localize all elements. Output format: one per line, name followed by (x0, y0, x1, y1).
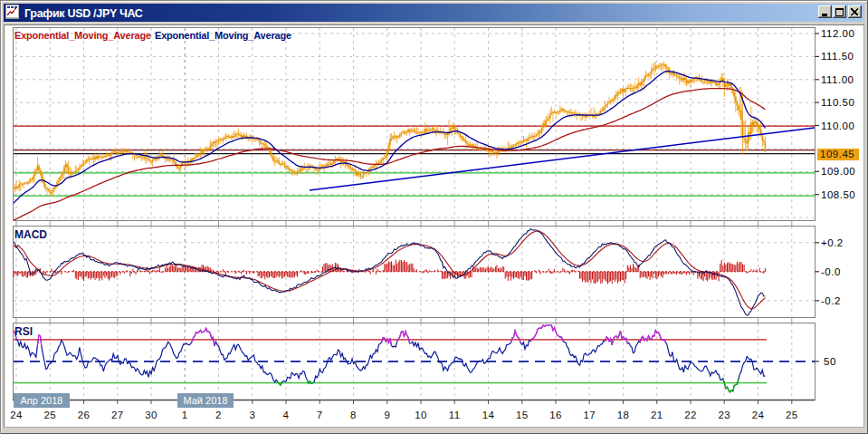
svg-text:23: 23 (718, 410, 730, 420)
svg-text:111.50: 111.50 (821, 51, 854, 62)
svg-text:16: 16 (549, 410, 562, 420)
svg-text:Exponential_Moving_Average: Exponential_Moving_Average (14, 30, 151, 41)
svg-text:108.50: 108.50 (821, 189, 855, 200)
svg-text:25: 25 (43, 410, 56, 420)
svg-text:9: 9 (384, 410, 390, 420)
svg-text:30: 30 (145, 410, 157, 420)
svg-text:26: 26 (78, 410, 91, 420)
svg-text:109.00: 109.00 (821, 166, 855, 177)
svg-text:27: 27 (111, 410, 124, 420)
svg-text:110.00: 110.00 (821, 121, 854, 131)
svg-text:17: 17 (583, 410, 596, 420)
svg-text:2: 2 (215, 410, 222, 420)
svg-text:22: 22 (684, 410, 697, 420)
svg-text:MACD: MACD (14, 228, 47, 241)
svg-text:8: 8 (350, 410, 357, 420)
svg-text:График USD /JPY ЧАС: График USD /JPY ЧАС (24, 7, 143, 20)
svg-text:7: 7 (317, 410, 323, 420)
svg-text:10: 10 (415, 410, 427, 420)
svg-text:25: 25 (786, 410, 798, 420)
svg-text:15: 15 (516, 410, 529, 420)
svg-text:110.50: 110.50 (821, 97, 854, 108)
svg-text:3: 3 (249, 410, 255, 420)
svg-text:112.00: 112.00 (821, 28, 854, 39)
svg-text:1: 1 (182, 410, 188, 420)
svg-text:21: 21 (651, 410, 663, 420)
svg-text:RSI: RSI (14, 325, 33, 338)
svg-text:Exponential_Moving_Average: Exponential_Moving_Average (155, 30, 291, 41)
svg-text:4: 4 (283, 410, 290, 420)
svg-text:24: 24 (10, 410, 23, 420)
svg-text:18: 18 (617, 410, 630, 420)
svg-text:24: 24 (752, 410, 765, 420)
svg-text:111.00: 111.00 (821, 74, 854, 85)
svg-text:-0.0: -0.0 (821, 266, 841, 277)
svg-text:-0.2: -0.2 (821, 295, 841, 306)
svg-text:+0.2: +0.2 (821, 237, 844, 248)
svg-text:11: 11 (449, 410, 461, 420)
svg-text:109.45: 109.45 (820, 149, 854, 159)
svg-text:Май 2018: Май 2018 (183, 395, 227, 406)
svg-text:Апр 2018: Апр 2018 (21, 395, 63, 406)
svg-text:14: 14 (482, 410, 495, 420)
svg-text:50: 50 (824, 356, 836, 367)
